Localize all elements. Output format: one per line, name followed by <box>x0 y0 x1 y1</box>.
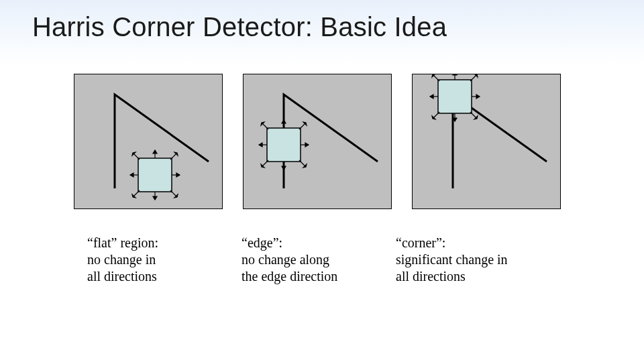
caption-flat: “flat” region: no change in all directio… <box>87 235 241 285</box>
caption-flat-line3: all directions <box>87 268 241 285</box>
window-rect <box>267 128 301 162</box>
window-flat <box>130 150 180 200</box>
window-rect <box>438 80 472 113</box>
caption-corner-line2: significant change in <box>396 251 597 268</box>
caption-edge-label: “edge”: <box>241 235 396 251</box>
panel-edge <box>243 74 392 209</box>
panel-corner <box>412 74 561 209</box>
window-edge <box>259 120 309 170</box>
caption-flat-label: “flat” region: <box>87 235 241 251</box>
svg-marker-3 <box>153 150 157 154</box>
caption-edge-line2: no change along <box>241 251 396 268</box>
caption-edge-line3: the edge direction <box>241 268 396 285</box>
svg-marker-39 <box>430 95 433 99</box>
svg-marker-25 <box>305 143 309 147</box>
slide-root: Harris Corner Detector: Basic Idea <box>0 0 644 362</box>
panels-row <box>74 74 561 209</box>
caption-corner-label: “corner”: <box>396 235 597 251</box>
svg-marker-35 <box>453 74 457 75</box>
panel-flat-svg <box>74 74 222 208</box>
slide-title: Harris Corner Detector: Basic Idea <box>32 12 447 42</box>
svg-marker-29 <box>282 166 286 170</box>
caption-corner-line3: all directions <box>396 268 597 285</box>
svg-marker-19 <box>282 120 286 123</box>
window-corner <box>430 74 480 121</box>
panel-flat <box>74 74 223 209</box>
panel-edge-svg <box>244 74 391 208</box>
window-rect <box>138 158 172 192</box>
captions-row: “flat” region: no change in all directio… <box>87 235 597 285</box>
svg-marker-13 <box>153 196 157 200</box>
panel-corner-svg <box>413 74 560 208</box>
svg-marker-41 <box>476 95 480 99</box>
caption-flat-line2: no change in <box>87 251 241 268</box>
caption-corner: “corner”: significant change in all dire… <box>396 235 597 285</box>
caption-edge: “edge”: no change along the edge directi… <box>241 235 396 285</box>
svg-marker-9 <box>176 173 180 177</box>
svg-marker-7 <box>130 173 133 177</box>
svg-marker-23 <box>259 143 262 147</box>
